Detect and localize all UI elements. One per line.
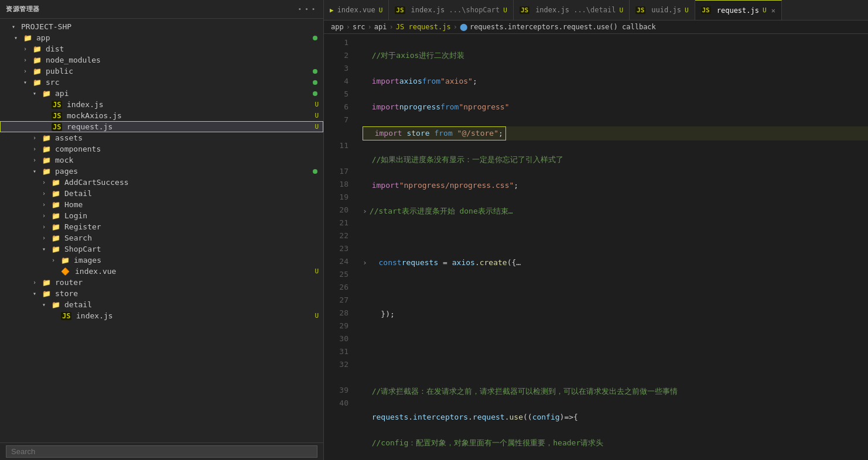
folder-icon: 📁 [61, 256, 71, 265]
tab-label: index.js ...\detail [535, 6, 616, 14]
folder-icon: 📁 [52, 223, 62, 231]
arrow-icon: › [33, 135, 42, 141]
tab-request-js[interactable]: JS request.js U ✕ [695, 0, 782, 20]
item-label: index.js [76, 311, 315, 320]
vue-icon: 🔶 [61, 267, 71, 276]
code-line-21: requests.interceptors.request.use((confi… [363, 411, 868, 424]
folder-icon: 📁 [42, 290, 53, 298]
sidebar-item-addcartsuccess[interactable]: › 📁 AddCartSuccess [0, 177, 323, 188]
code-line-4: import store from "@/store"; [363, 126, 868, 140]
file-tree: ▾ PROJECT-SHP ▾ 📁 app › 📁 dist › 📁 node_… [0, 19, 323, 442]
folder-icon: 📁 [42, 90, 53, 98]
sidebar-item-components[interactable]: › 📁 components [0, 143, 323, 155]
tab-index-js-detail[interactable]: JS index.js ...\detail U [514, 0, 630, 20]
sidebar-item-pages[interactable]: ▾ 📁 pages [0, 166, 323, 177]
crumb-app: app [331, 23, 344, 31]
tab-label: index.js ...\shopCart [411, 6, 500, 14]
folder-icon: 📁 [33, 56, 43, 64]
tab-uuid-js[interactable]: JS uuid.js U [630, 0, 695, 20]
editor-area: ▶ index.vue U JS index.js ...\shopCart U… [324, 0, 868, 460]
code-line-19 [363, 359, 868, 372]
sidebar-item-detail-store[interactable]: ▾ 📁 detail [0, 299, 323, 310]
item-label: dist [46, 44, 323, 53]
tab-label: uuid.js [651, 6, 681, 14]
sidebar-item-mockaxios[interactable]: JS mockAxios.js U [0, 110, 323, 121]
arrow-icon: › [42, 212, 52, 219]
folder-icon: 📁 [52, 212, 62, 220]
item-label: assets [55, 133, 323, 142]
sidebar-item-assets[interactable]: › 📁 assets [0, 132, 323, 143]
badge: U [315, 112, 319, 119]
sidebar-item-login[interactable]: › 📁 Login [0, 210, 323, 221]
arrow-icon: › [52, 257, 61, 263]
crumb-callback: requests.interceptors.request.use() call… [470, 23, 656, 31]
arrow-icon: › [42, 179, 52, 186]
folder-icon: 📁 [42, 156, 53, 164]
project-label: PROJECT-SHP [21, 22, 323, 31]
sidebar-item-shopcart[interactable]: ▾ 📁 ShopCart [0, 243, 323, 255]
item-label: node_modules [46, 56, 323, 64]
item-label: app [36, 33, 313, 42]
badge: U [315, 312, 319, 320]
tab-index-vue[interactable]: ▶ index.vue U [324, 0, 389, 20]
arrow-icon: › [33, 279, 42, 286]
sidebar-item-register[interactable]: › 📁 Register [0, 221, 323, 232]
folder-icon: 📁 [52, 178, 62, 187]
folder-icon: 📁 [42, 167, 53, 176]
folder-icon: 📁 [52, 190, 62, 198]
arrow-icon: ▾ [14, 35, 23, 41]
sep: › [453, 23, 457, 31]
item-label: ShopCart [64, 245, 323, 253]
sidebar-item-node-modules[interactable]: › 📁 node_modules [0, 54, 323, 66]
sep: › [346, 23, 350, 31]
sidebar-item-router[interactable]: › 📁 router [0, 277, 323, 288]
sidebar-item-mock[interactable]: › 📁 mock [0, 155, 323, 166]
tab-badge: U [379, 6, 383, 14]
sidebar-item-store[interactable]: ▾ 📁 store [0, 288, 323, 299]
item-label: Home [64, 200, 323, 209]
crumb-api: api [374, 23, 387, 31]
arrow-icon: › [23, 57, 33, 63]
code-content[interactable]: //对于axios进行二次封装 import axios from "axios… [353, 34, 868, 460]
sidebar-item-images[interactable]: › 📁 images [0, 255, 323, 266]
sidebar-item-index-js-detail[interactable]: JS index.js U [0, 310, 323, 321]
sidebar-item-api[interactable]: ▾ 📁 api [0, 88, 323, 99]
item-label: AddCartSuccess [64, 178, 323, 187]
item-label: src [46, 78, 313, 87]
item-label: pages [55, 167, 313, 176]
arrow-icon: ▾ [12, 23, 21, 30]
code-line-7: ›//start表示进度条开始 done表示结束… [363, 205, 868, 218]
tabs-bar: ▶ index.vue U JS index.js ...\shopCart U… [324, 0, 868, 20]
sidebar-item-index-vue-shopcart[interactable]: 🔶 index.vue U [0, 266, 323, 277]
search-input[interactable] [6, 445, 317, 458]
tab-close-button[interactable]: ✕ [771, 6, 775, 15]
item-label: Detail [64, 189, 323, 198]
sidebar-title: 资源管理器 [6, 5, 40, 13]
code-line-22: //config：配置对象，对象里面有一个属性很重要，header请求头 [363, 437, 868, 449]
sidebar-item-request-js[interactable]: JS request.js U [0, 121, 323, 132]
tab-label: index.vue [337, 6, 375, 14]
sidebar-item-index-js-api[interactable]: JS index.js U [0, 99, 323, 110]
sidebar-item-app[interactable]: ▾ 📁 app [0, 32, 323, 43]
sidebar-item-home[interactable]: › 📁 Home [0, 199, 323, 210]
tab-badge: U [763, 6, 767, 14]
arrow-icon: ▾ [42, 301, 52, 308]
badge: U [315, 123, 319, 131]
sidebar-item-dist[interactable]: › 📁 dist [0, 43, 323, 54]
sidebar-dots[interactable]: ··· [297, 4, 317, 15]
tab-index-js-shopcart[interactable]: JS index.js ...\shopCart U [389, 0, 514, 20]
sidebar-item-detail[interactable]: › 📁 Detail [0, 188, 323, 199]
line-numbers: 1 2 3 4 5 6 7 11 17 18 19 20 21 22 23 24… [324, 34, 353, 460]
folder-icon: 📁 [52, 245, 62, 253]
arrow-icon: › [33, 157, 42, 163]
js-icon: JS [61, 312, 71, 320]
folder-icon: 📁 [33, 78, 43, 87]
arrow-icon: ▾ [33, 290, 42, 297]
project-root[interactable]: ▾ PROJECT-SHP [0, 21, 323, 32]
sidebar-item-src[interactable]: ▾ 📁 src [0, 77, 323, 88]
sep: › [368, 23, 372, 31]
breadcrumb: app › src › api › JS request.js › ⬤ requ… [324, 20, 868, 34]
sidebar-item-public[interactable]: › 📁 public [0, 66, 323, 77]
sidebar-item-search[interactable]: › 📁 Search [0, 232, 323, 243]
sidebar: 资源管理器 ··· ▾ PROJECT-SHP ▾ 📁 app › 📁 dist… [0, 0, 324, 460]
